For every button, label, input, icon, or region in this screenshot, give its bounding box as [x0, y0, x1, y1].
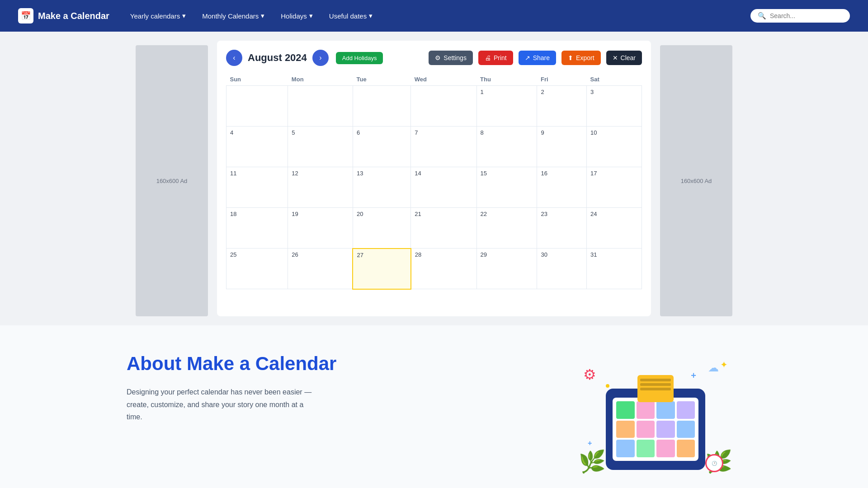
calendar-cell[interactable]: [353, 86, 410, 127]
next-month-button[interactable]: ›: [312, 50, 329, 66]
nav-yearly-calendars[interactable]: Yearly calendars ▾: [124, 8, 192, 23]
star-decoration: ✦: [720, 359, 728, 370]
day-number: 12: [292, 170, 298, 177]
day-number: 5: [292, 129, 295, 136]
calendar-container: ‹ August 2024 › Add Holidays ⚙ Settings …: [217, 41, 651, 316]
day-header: Fri: [537, 73, 587, 86]
day-number: 14: [415, 170, 421, 177]
day-number: 29: [481, 251, 487, 258]
calendar-cell[interactable]: 1: [476, 86, 537, 127]
nav-holidays[interactable]: Holidays ▾: [274, 8, 319, 23]
site-logo[interactable]: 📅 Make a Calendar: [18, 8, 109, 23]
calendar-cell[interactable]: 17: [587, 167, 642, 208]
plus-decoration-2: +: [588, 439, 592, 447]
calendar-cell[interactable]: 11: [226, 167, 288, 208]
day-number: 8: [481, 129, 484, 136]
calendar-cell[interactable]: 27: [353, 249, 410, 289]
day-number: 28: [415, 251, 421, 258]
about-title: About Make a Calendar: [127, 352, 542, 375]
calendar-cell[interactable]: 21: [411, 208, 476, 249]
calendar-cell[interactable]: 24: [587, 208, 642, 249]
prev-month-button[interactable]: ‹: [226, 50, 242, 66]
calendar-cell[interactable]: 18: [226, 208, 288, 249]
notebook-illustration: [637, 375, 674, 402]
print-icon: 🖨: [485, 54, 491, 61]
day-header: Mon: [288, 73, 353, 86]
day-number: 13: [357, 170, 363, 177]
about-illustration: ⚙ ☁ ✦ + +: [570, 352, 741, 479]
logo-icon: 📅: [18, 8, 33, 23]
nav-monthly-calendars[interactable]: Monthly Calendars ▾: [196, 8, 271, 23]
calendar-cell[interactable]: 4: [226, 127, 288, 167]
calendar-cell[interactable]: 6: [353, 127, 410, 167]
calendar-cell[interactable]: 14: [411, 167, 476, 208]
device-screen: [613, 398, 698, 461]
logo-text: Make a Calendar: [38, 11, 109, 21]
print-button[interactable]: 🖨 Print: [478, 51, 513, 65]
calendar-cell[interactable]: 5: [288, 127, 353, 167]
day-number: 27: [357, 252, 363, 258]
about-section: About Make a Calendar Designing your per…: [0, 325, 868, 488]
share-icon: ↗: [525, 54, 530, 61]
calendar-cell[interactable]: [226, 86, 288, 127]
day-number: 15: [481, 170, 487, 177]
day-number: 31: [590, 251, 597, 258]
day-number: 9: [541, 129, 544, 136]
day-number: 4: [230, 129, 233, 136]
day-header: Sun: [226, 73, 288, 86]
share-button[interactable]: ↗ Share: [519, 51, 556, 65]
calendar-cell[interactable]: 19: [288, 208, 353, 249]
day-header: Wed: [411, 73, 476, 86]
calendar-cell[interactable]: 26: [288, 249, 353, 289]
search-box[interactable]: 🔍: [750, 9, 850, 23]
day-number: 25: [230, 251, 236, 258]
export-button[interactable]: ⬆ Export: [561, 51, 600, 65]
calendar-cell[interactable]: 12: [288, 167, 353, 208]
day-number: 19: [292, 211, 298, 217]
day-number: 2: [541, 89, 544, 95]
calendar-cell[interactable]: 2: [537, 86, 587, 127]
about-text: About Make a Calendar Designing your per…: [127, 352, 542, 423]
calendar-cell[interactable]: 16: [537, 167, 587, 208]
day-number: 10: [590, 129, 597, 136]
right-ad-panel: 160x600 Ad: [660, 45, 732, 316]
gear-decoration: ⚙: [583, 366, 596, 383]
calendar-toolbar: ‹ August 2024 › Add Holidays ⚙ Settings …: [226, 50, 642, 66]
day-number: 21: [415, 211, 421, 217]
calendar-cell[interactable]: 7: [411, 127, 476, 167]
day-number: 6: [357, 129, 360, 136]
clear-button[interactable]: ✕ Clear: [606, 51, 642, 65]
calendar-cell[interactable]: 10: [587, 127, 642, 167]
calendar-cell[interactable]: 13: [353, 167, 410, 208]
calendar-cell[interactable]: 25: [226, 249, 288, 289]
nav-useful-dates[interactable]: Useful dates ▾: [323, 8, 379, 23]
day-number: 20: [357, 211, 363, 217]
calendar-cell[interactable]: 3: [587, 86, 642, 127]
calendar-cell[interactable]: 28: [411, 249, 476, 289]
calendar-cell[interactable]: 30: [537, 249, 587, 289]
day-number: 11: [230, 170, 236, 177]
dot-decoration: [606, 384, 609, 388]
calendar-cell[interactable]: 23: [537, 208, 587, 249]
cloud-decoration: ☁: [708, 361, 719, 374]
calendar-cell[interactable]: 8: [476, 127, 537, 167]
day-number: 22: [481, 211, 487, 217]
calendar-cell[interactable]: 15: [476, 167, 537, 208]
settings-button[interactable]: ⚙ Settings: [429, 51, 473, 65]
gear-icon: ⚙: [435, 54, 441, 61]
search-input[interactable]: [770, 12, 843, 19]
about-description: Designing your perfect calendar has neve…: [127, 386, 316, 423]
calendar-cell[interactable]: [411, 86, 476, 127]
calendar-cell[interactable]: 9: [537, 127, 587, 167]
calendar-cell[interactable]: 22: [476, 208, 537, 249]
add-holidays-button[interactable]: Add Holidays: [336, 52, 383, 64]
chevron-down-icon: ▾: [182, 12, 186, 20]
calendar-cell[interactable]: 29: [476, 249, 537, 289]
calendar-cell[interactable]: 31: [587, 249, 642, 289]
day-header: Thu: [476, 73, 537, 86]
day-number: 26: [292, 251, 298, 258]
day-number: 24: [590, 211, 597, 217]
calendar-cell[interactable]: [288, 86, 353, 127]
day-number: 18: [230, 211, 236, 217]
calendar-cell[interactable]: 20: [353, 208, 410, 249]
